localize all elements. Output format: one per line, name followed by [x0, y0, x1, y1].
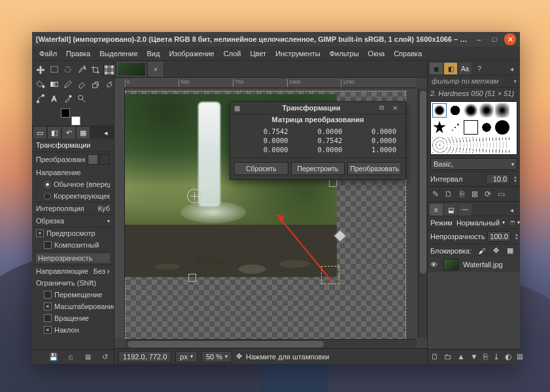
tab-tool-options[interactable]: ▭: [33, 127, 46, 139]
duplicate-layer-icon[interactable]: ⎘: [483, 352, 488, 361]
transform-target-selection[interactable]: [99, 154, 110, 165]
tool-smudge[interactable]: [103, 78, 115, 90]
tab-channels[interactable]: ⬓: [444, 204, 457, 216]
panel-menu-icon[interactable]: ◂: [505, 63, 518, 74]
fg-color-swatch[interactable]: [61, 108, 70, 118]
image-tab-waterfall[interactable]: [117, 62, 146, 76]
lock-alpha-icon[interactable]: ▦: [507, 246, 513, 255]
zoom-dropdown[interactable]: 50 %▾: [201, 351, 232, 363]
tab-fonts[interactable]: Aa: [458, 63, 472, 74]
tab-paths[interactable]: 〰: [458, 204, 472, 216]
tab-help-icon[interactable]: ?: [473, 63, 486, 74]
units-dropdown[interactable]: px▾: [175, 351, 198, 363]
constrain-move-row[interactable]: Перемещение: [32, 289, 114, 301]
opacity-row[interactable]: Непрозрачность: [32, 251, 114, 265]
interpolation-row[interactable]: ИнтерполяцияКуб: [32, 202, 114, 214]
menu-view[interactable]: Вид: [143, 48, 165, 59]
minimize-button[interactable]: –: [473, 34, 485, 44]
tool-gradient[interactable]: [48, 78, 60, 90]
constrain-rotate-row[interactable]: Вращение: [32, 312, 114, 324]
tool-eraser[interactable]: [76, 78, 88, 90]
tool-rect-select[interactable]: [48, 64, 60, 76]
menu-windows[interactable]: Окна: [364, 48, 390, 59]
transform-pivot-handle[interactable]: [187, 189, 201, 203]
tab-brushes[interactable]: ◼: [430, 63, 443, 74]
transform-side-handle[interactable]: [329, 179, 337, 187]
layer-row[interactable]: 👁 Waterfall.jpg: [428, 257, 520, 272]
readjust-button[interactable]: Перестроить: [291, 162, 345, 175]
constrain-scale-row[interactable]: ×Масштабирование: [32, 301, 114, 312]
brush-grid[interactable]: [430, 101, 517, 155]
layer-thumbnail[interactable]: [443, 259, 459, 270]
menu-filters[interactable]: Фильтры: [325, 48, 364, 59]
ruler-horizontal[interactable]: 0 500 750 1000 1250: [125, 78, 417, 88]
lock-position-icon[interactable]: ✥: [493, 246, 499, 255]
tool-zoom[interactable]: [76, 93, 88, 105]
transform-side-handle[interactable]: [188, 274, 196, 282]
ruler-vertical[interactable]: [114, 88, 125, 338]
constrain-shear-row[interactable]: ×Наклон: [32, 324, 114, 336]
delete-brush-icon[interactable]: ⊠: [470, 189, 479, 199]
layer-name[interactable]: Waterfall.jpg: [463, 261, 503, 269]
delete-layer-icon[interactable]: ⊠: [517, 352, 523, 361]
merge-down-icon[interactable]: ⤓: [493, 352, 500, 361]
fg-bg-color[interactable]: [61, 108, 80, 125]
tool-crop[interactable]: [90, 64, 101, 76]
tool-bucket-fill[interactable]: [35, 78, 46, 90]
maximize-button[interactable]: □: [489, 34, 500, 44]
menu-colors[interactable]: Цвет: [245, 48, 271, 59]
new-layer-icon[interactable]: 🗋: [431, 352, 439, 361]
mask-icon[interactable]: ◐: [505, 352, 511, 361]
tool-fuzzy-select[interactable]: [76, 64, 88, 76]
tab-patterns[interactable]: ◧: [444, 63, 457, 74]
clipping-row[interactable]: Обрезка▾: [32, 214, 114, 227]
image-tab-close[interactable]: ×: [148, 62, 163, 76]
panel-menu-icon[interactable]: ◂: [99, 127, 112, 139]
close-button[interactable]: ✕: [504, 33, 516, 45]
menu-select[interactable]: Выделение: [95, 48, 142, 59]
brush-preset-dropdown[interactable]: Basic,▾: [430, 158, 517, 170]
save-preset-icon[interactable]: 💾: [48, 353, 59, 361]
preview-row[interactable]: ×Предпросмотр: [32, 227, 114, 239]
blend-mode-row[interactable]: Режим Нормальный ▾ ෆ▾: [428, 216, 520, 229]
delete-preset-icon[interactable]: ⊠: [82, 353, 93, 361]
dialog-detach-icon[interactable]: ⧉: [379, 104, 388, 112]
tool-move[interactable]: [35, 64, 46, 76]
canvas[interactable]: ▦ Трансформации ⧉ ✕ Матрица преобразован…: [125, 88, 417, 338]
tab-layers[interactable]: ≡: [430, 204, 443, 216]
guides-row[interactable]: НаправляющиеБез напра: [32, 265, 114, 277]
direction-normal-row[interactable]: Обычное (вперед): [32, 178, 114, 190]
panel-menu-icon[interactable]: ◂: [505, 204, 518, 216]
open-as-image-icon[interactable]: ▭: [496, 189, 506, 199]
scrollbar-horizontal[interactable]: [125, 339, 417, 348]
direction-corrective-row[interactable]: Корректирующее (наз: [32, 190, 114, 202]
reset-preset-icon[interactable]: ↺: [99, 353, 110, 361]
tag-filter-field[interactable]: фильтр по меткам▾: [428, 74, 520, 87]
lower-layer-icon[interactable]: ▼: [470, 352, 478, 361]
transform-button[interactable]: Преобразовать: [347, 162, 402, 175]
tool-clone[interactable]: [90, 78, 101, 90]
raise-layer-icon[interactable]: ▲: [457, 352, 465, 361]
menu-edit[interactable]: Правка: [61, 48, 95, 59]
tab-device-status[interactable]: ◧: [48, 127, 61, 139]
scrollbar-vertical[interactable]: [418, 88, 427, 338]
visibility-icon[interactable]: 👁: [430, 261, 439, 269]
tool-text[interactable]: A: [48, 93, 60, 105]
menu-help[interactable]: Справка: [389, 48, 426, 59]
ruler-origin[interactable]: [114, 78, 125, 88]
bg-color-swatch[interactable]: [71, 116, 80, 125]
tool-unified-transform[interactable]: [103, 64, 115, 76]
composite-row[interactable]: Композитный: [32, 239, 114, 251]
tool-pencil[interactable]: [62, 78, 74, 90]
restore-preset-icon[interactable]: ⎌: [65, 353, 76, 361]
transform-target-layer[interactable]: [88, 154, 98, 165]
layer-opacity-row[interactable]: Непрозрачность 100.0 ▲▼: [428, 229, 520, 244]
edit-brush-icon[interactable]: ✎: [431, 189, 440, 199]
new-brush-icon[interactable]: 🗋: [444, 189, 453, 199]
menu-layer[interactable]: Слой: [219, 48, 246, 59]
transform-dialog[interactable]: ▦ Трансформации ⧉ ✕ Матрица преобразован…: [230, 101, 406, 180]
menu-file[interactable]: Файл: [35, 48, 61, 59]
tool-free-select[interactable]: [62, 64, 74, 76]
refresh-brush-icon[interactable]: ⟳: [483, 189, 492, 199]
tab-undo-history[interactable]: ↶: [62, 127, 75, 139]
